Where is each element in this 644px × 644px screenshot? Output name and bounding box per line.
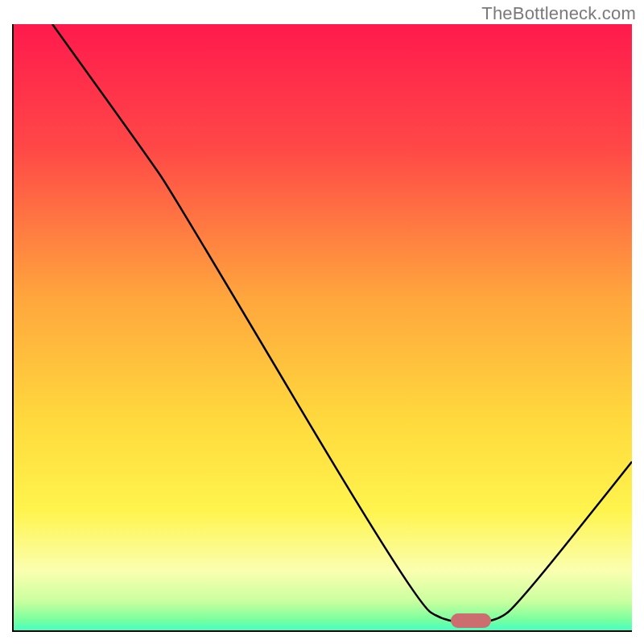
y-axis: [12, 24, 14, 632]
curve-layer: [12, 24, 632, 632]
bottleneck-curve: [52, 24, 632, 623]
watermark-text: TheBottleneck.com: [481, 3, 636, 24]
plot-area: [12, 24, 632, 632]
x-axis: [12, 630, 632, 632]
optimal-marker: [451, 613, 491, 628]
